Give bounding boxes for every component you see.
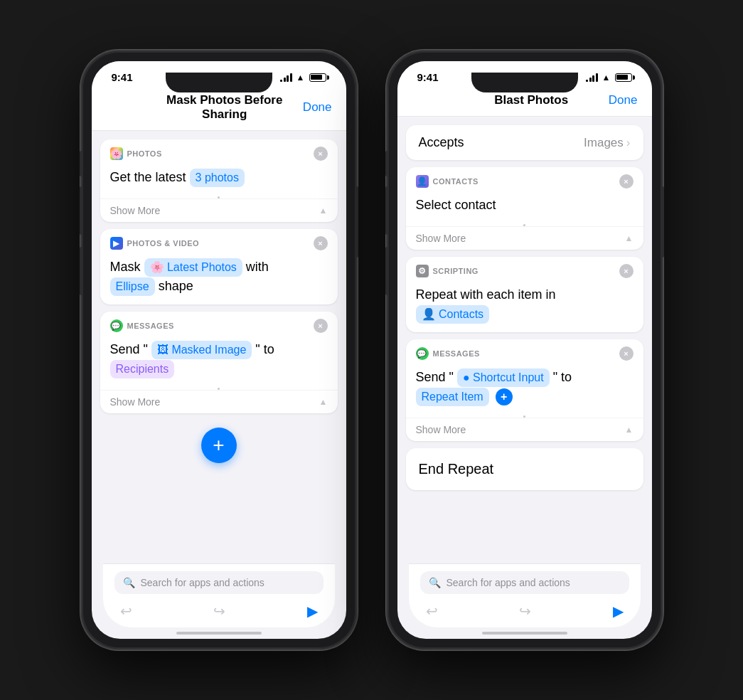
send-text-4: " to [553, 370, 572, 384]
scripting-card-close[interactable]: × [619, 264, 634, 278]
notch-2 [471, 73, 578, 92]
recipients-token[interactable]: Recipients [110, 360, 175, 378]
search-placeholder-1: Search for apps and actions [141, 577, 264, 588]
toolbar-1: ↩ ↪ ▶ [114, 603, 324, 620]
mask-card-body: Mask 🌸 Latest Photos with Ellipse shape [100, 255, 338, 304]
contacts-token[interactable]: 👤 Contacts [416, 305, 490, 324]
end-repeat-card: End Repeat [406, 448, 643, 490]
video-icon: ▶ [110, 237, 123, 250]
scripting-card: ⚙ SCRIPTING × Repeat with each item in 👤… [406, 257, 643, 332]
photos-get-card: 🌸 PHOTOS × Get the latest 3 photos Show … [100, 139, 338, 222]
contacts-show-more[interactable]: Show More ▲ [406, 226, 643, 250]
photos-card-body: Get the latest 3 photos [100, 165, 338, 196]
phone-screen-2: 9:41 ▲ Blast Photos Done [397, 61, 652, 639]
messages-category-label-1: MESSAGES [127, 322, 174, 330]
messages-show-more[interactable]: Show More ▲ [100, 390, 338, 413]
wifi-icon-2: ▲ [602, 73, 611, 83]
mute-switch [80, 151, 82, 176]
photos-count-token[interactable]: 3 photos [190, 169, 245, 187]
status-icons-1: ▲ [280, 73, 326, 83]
photos-card-close[interactable]: × [314, 147, 328, 161]
repeat-item-token[interactable]: Repeat Item [416, 388, 489, 406]
scripting-card-body: Repeat with each item in 👤 Contacts [406, 282, 643, 332]
messages-icon-1: 💬 [110, 319, 123, 332]
undo-button-2[interactable]: ↩ [426, 603, 438, 620]
battery-icon-1 [309, 73, 326, 82]
contacts-category-label: CONTACTS [433, 177, 479, 186]
signal-icon-1 [280, 73, 292, 82]
mute-switch-2 [385, 151, 388, 176]
signal-icon-2 [586, 73, 598, 82]
video-category-label: PHOTOS & VIDEO [127, 239, 200, 248]
bottom-bar-1: 🔍 Search for apps and actions ↩ ↪ ▶ [103, 563, 335, 627]
contacts-card-close[interactable]: × [619, 174, 634, 189]
power-button [356, 186, 358, 258]
contacts-card-body: Select contact [406, 193, 643, 223]
messages-card-close-2[interactable]: × [619, 346, 634, 361]
play-button-2[interactable]: ▶ [613, 603, 624, 620]
accepts-value-group[interactable]: Images › [584, 136, 630, 150]
status-time-2: 9:41 [417, 71, 439, 83]
search-bar-2[interactable]: 🔍 Search for apps and actions [420, 571, 629, 594]
messages-card-close-1[interactable]: × [314, 319, 328, 333]
add-action-button-1[interactable]: + [201, 428, 237, 463]
contacts-card: 👤 CONTACTS × Select contact Show More ▲ [406, 167, 643, 250]
send-text-2: " to [255, 342, 274, 356]
messages-show-more-2[interactable]: Show More ▲ [406, 418, 643, 441]
accepts-label: Accepts [419, 135, 464, 150]
messages-icon-2: 💬 [416, 347, 429, 360]
masked-image-token[interactable]: 🖼 Masked Image [151, 341, 252, 359]
shortcut-input-token[interactable]: ● Shortcut Input [457, 368, 550, 387]
search-placeholder-2: Search for apps and actions [447, 577, 570, 588]
chevron-up-2: ▲ [319, 397, 328, 407]
scripting-category-label: SCRIPTING [433, 267, 479, 275]
mask-text-2: with [246, 260, 269, 274]
add-recipient-button[interactable]: + [496, 388, 513, 405]
chevron-up-3: ▲ [625, 233, 634, 243]
undo-button-1[interactable]: ↩ [120, 603, 132, 620]
ellipse-token[interactable]: Ellipse [110, 277, 155, 296]
search-bar-1[interactable]: 🔍 Search for apps and actions [114, 571, 324, 594]
screen-content-2: Accepts Images › 👤 CONTACTS × Select con… [397, 117, 652, 639]
photos-show-more[interactable]: Show More ▲ [100, 198, 338, 222]
messages-category-label-2: MESSAGES [433, 349, 480, 358]
accepts-value-text: Images [584, 136, 624, 150]
notch-1 [166, 73, 272, 92]
done-button-2[interactable]: Done [609, 93, 638, 107]
contacts-body-text: Select contact [416, 198, 496, 212]
phone-2: 9:41 ▲ Blast Photos Done [386, 50, 663, 650]
mask-text-3: shape [159, 279, 193, 293]
latest-photos-token[interactable]: 🌸 Latest Photos [144, 258, 242, 277]
play-button-1[interactable]: ▶ [307, 603, 318, 620]
mask-card-close[interactable]: × [314, 236, 328, 250]
accepts-chevron-icon: › [626, 136, 631, 150]
photos-icon: 🌸 [110, 147, 123, 160]
nav-bar-1: Mask Photos Before Sharing Done [92, 88, 346, 131]
scripting-icon: ⚙ [416, 265, 429, 277]
show-more-label-2: Show More [110, 396, 161, 408]
contacts-icon: 👤 [416, 175, 429, 188]
send-text-3: Send " [416, 370, 457, 384]
show-more-label-1: Show More [110, 205, 161, 216]
home-indicator-2 [482, 632, 567, 635]
screen-content-1: 🌸 PHOTOS × Get the latest 3 photos Show … [92, 131, 346, 639]
volume-up-button [80, 186, 82, 235]
messages-card-body-1: Send " 🖼 Masked Image " to Recipients [100, 337, 338, 387]
status-icons-2: ▲ [586, 73, 631, 83]
redo-button-1[interactable]: ↪ [213, 603, 225, 620]
home-indicator-1 [176, 632, 262, 635]
battery-icon-2 [615, 73, 632, 82]
photos-body-text: Get the latest [110, 170, 190, 184]
redo-button-2[interactable]: ↪ [519, 603, 531, 620]
toolbar-2: ↩ ↪ ▶ [420, 603, 629, 620]
search-icon-1: 🔍 [123, 577, 135, 588]
phone-screen-1: 9:41 ▲ Mask Photos Before Sharing Done [92, 61, 346, 639]
messages-card-1: 💬 MESSAGES × Send " 🖼 Masked Image " to … [100, 312, 338, 413]
volume-down-button [80, 247, 82, 295]
nav-title-2: Blast Photos [494, 93, 568, 107]
accepts-row: Accepts Images › [406, 125, 643, 160]
messages-card-2: 💬 MESSAGES × Send " ● Shortcut Input " t… [406, 339, 643, 441]
repeat-text: Repeat with each item in [416, 287, 556, 302]
photos-category-label: PHOTOS [127, 149, 162, 158]
done-button-1[interactable]: Done [303, 100, 332, 115]
